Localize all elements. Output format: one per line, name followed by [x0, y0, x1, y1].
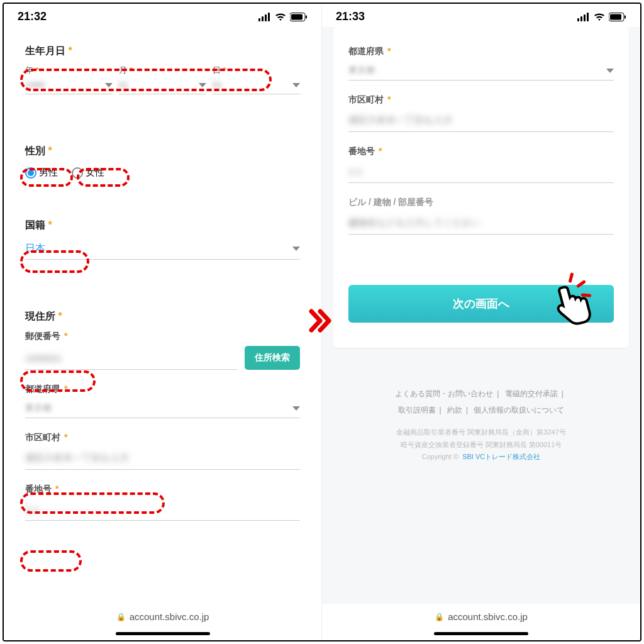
chevron-down-icon — [606, 69, 614, 73]
phone-left-screenshot: 21:32 生年月日 * 年 * 1990 月 * 01 — [4, 4, 322, 640]
url-bar: 🔒 account.sbivc.co.jp — [322, 604, 640, 630]
status-bar: 21:33 — [322, 4, 640, 27]
birthdate-label: 生年月日 * — [25, 45, 300, 58]
city-input[interactable]: 港区六本木一丁目を入力 — [348, 109, 614, 132]
address-label: 現住所 * — [25, 310, 300, 323]
svg-rect-1 — [262, 16, 264, 21]
day-label: 日 — [213, 65, 221, 75]
legal-text-2: 暗号資産交換業者登録番号 関東財務局長 第00011号 — [333, 439, 629, 452]
url-bar: 🔒 account.sbivc.co.jp — [4, 604, 321, 630]
svg-rect-9 — [584, 14, 586, 21]
svg-rect-7 — [577, 18, 579, 21]
wifi-icon — [275, 13, 286, 21]
footer-link-faq[interactable]: よくある質問・お問い合わせ — [395, 389, 493, 398]
street-label: 番地号 * — [25, 484, 300, 495]
lock-icon: 🔒 — [116, 613, 126, 621]
radio-icon — [72, 167, 83, 179]
street-label: 番地号 * — [348, 146, 614, 157]
brand-link[interactable]: SBI VCトレード株式会社 — [462, 453, 540, 460]
footer: よくある質問・お問い合わせ| 電磁的交付承諾| 取引説明書| 約款| 個人情報の… — [333, 386, 629, 464]
birthdate-row: 年 * 1990 月 * 01 日 * 01 — [25, 64, 300, 94]
legal-text-1: 金融商品取引業者番号 関東財務局長（金商）第3247号 — [333, 426, 629, 439]
month-label: 月 — [119, 65, 127, 75]
prefecture-select[interactable]: 東京都 — [25, 399, 300, 418]
address-search-button[interactable]: 住所検索 — [245, 346, 300, 370]
home-indicator — [116, 632, 210, 635]
street-input[interactable]: 1-1 — [348, 161, 614, 183]
prefecture-label: 都道府県 * — [25, 384, 300, 395]
prefecture-label: 都道府県 * — [348, 46, 614, 57]
gender-male-radio[interactable]: 男性 — [25, 167, 58, 179]
gender-label: 性別 * — [25, 145, 300, 158]
city-label: 市区町村 * — [25, 432, 300, 443]
footer-link-privacy[interactable]: 個人情報の取扱いについて — [474, 406, 564, 414]
clock: 21:32 — [18, 10, 47, 23]
url-text: account.sbivc.co.jp — [130, 611, 209, 622]
lock-icon: 🔒 — [435, 613, 444, 621]
day-select[interactable]: 01 — [213, 76, 300, 94]
status-bar: 21:32 — [4, 4, 321, 27]
year-select[interactable]: 1990 — [25, 76, 113, 94]
svg-rect-10 — [587, 13, 589, 21]
transition-arrow-icon — [309, 308, 335, 336]
chevron-down-icon — [199, 83, 206, 87]
signal-icon — [577, 13, 590, 21]
svg-rect-6 — [306, 15, 307, 18]
phone-right-screenshot: 21:33 都道府県 * 東京都 市区町村 * 港区六本木一丁目を入力 番地号 … — [322, 4, 640, 640]
copyright-prefix: Copyright © — [422, 453, 458, 460]
svg-rect-12 — [610, 14, 621, 19]
home-indicator — [434, 632, 528, 635]
city-input[interactable]: 港区六本木一丁目を入力 — [25, 447, 300, 470]
svg-rect-13 — [625, 15, 626, 18]
gender-female-radio[interactable]: 女性 — [72, 167, 104, 179]
chevron-down-icon — [292, 247, 300, 251]
month-select[interactable]: 01 — [119, 76, 206, 94]
building-input[interactable]: 建物名などを入力してください — [348, 212, 614, 235]
year-label: 年 — [25, 65, 33, 75]
nationality-label: 国籍 * — [25, 219, 300, 232]
footer-link-electronic[interactable]: 電磁的交付承諾 — [505, 389, 558, 398]
svg-rect-0 — [258, 18, 260, 21]
radio-icon — [25, 167, 36, 179]
footer-link-manual[interactable]: 取引説明書 — [398, 406, 436, 414]
prefecture-select[interactable]: 東京都 — [348, 61, 614, 80]
url-text: account.sbivc.co.jp — [448, 611, 528, 622]
postal-input[interactable]: 1000001 — [25, 348, 237, 370]
clock: 21:33 — [336, 10, 365, 23]
city-label: 市区町村 * — [348, 94, 614, 106]
signal-icon — [258, 13, 271, 21]
highlight-ring — [20, 550, 82, 572]
chevron-down-icon — [292, 83, 300, 87]
svg-rect-8 — [580, 16, 582, 21]
postal-label: 郵便番号 * — [25, 331, 300, 342]
footer-link-terms[interactable]: 約款 — [447, 406, 462, 414]
click-hand-icon — [548, 281, 592, 335]
wifi-icon — [594, 13, 605, 21]
battery-icon — [609, 13, 626, 21]
chevron-down-icon — [292, 406, 300, 411]
svg-rect-2 — [265, 14, 267, 21]
street-input[interactable]: 1-1 — [25, 499, 300, 521]
chevron-down-icon — [105, 83, 113, 87]
svg-rect-3 — [268, 13, 270, 21]
nationality-select[interactable]: 日本 — [25, 238, 300, 260]
battery-icon — [290, 13, 308, 21]
building-label: ビル / 建物 / 部屋番号 — [348, 197, 614, 208]
next-button[interactable]: 次の画面へ — [348, 285, 614, 323]
svg-rect-5 — [291, 14, 303, 19]
